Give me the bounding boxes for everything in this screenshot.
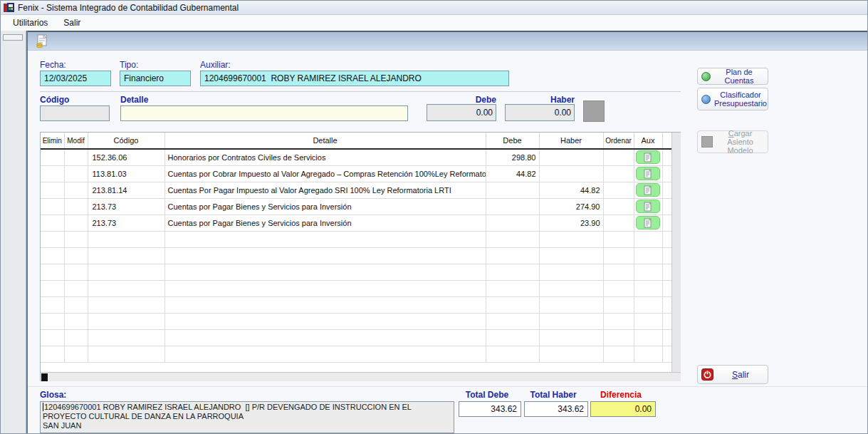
notepad-icon xyxy=(644,185,652,195)
cargar-asiento-modelo-button[interactable]: Cargar Asiento Modelo xyxy=(697,130,768,153)
diferencia-label: Diferencia xyxy=(585,390,657,400)
aux-button[interactable] xyxy=(636,200,660,213)
elimin-cell[interactable] xyxy=(41,165,64,182)
ordenar-cell[interactable] xyxy=(603,182,634,198)
table-row[interactable] xyxy=(41,247,671,264)
clasificador-presupuestario-button[interactable]: Clasificador Presupuestario xyxy=(697,88,768,110)
detalle-cell xyxy=(164,280,486,296)
menu-utilitarios[interactable]: Utilitarios xyxy=(6,16,54,29)
haber-cell xyxy=(539,280,603,296)
haber-cell xyxy=(539,296,603,313)
table-vertical-scrollbar[interactable] xyxy=(671,133,681,372)
ordenar-cell[interactable] xyxy=(603,313,634,329)
modif-cell[interactable] xyxy=(64,165,88,182)
filler-cell xyxy=(662,231,671,247)
modif-cell[interactable] xyxy=(64,247,88,264)
ordenar-cell[interactable] xyxy=(603,346,634,362)
table-horizontal-scrollbar[interactable] xyxy=(41,372,681,381)
modif-cell[interactable] xyxy=(64,329,88,346)
elimin-cell[interactable] xyxy=(41,247,64,264)
table-row[interactable]: 213.81.14 Cuentas Por Pagar Impuesto al … xyxy=(41,182,671,198)
elimin-cell[interactable] xyxy=(41,215,64,231)
filler-cell xyxy=(662,247,671,264)
modif-cell[interactable] xyxy=(64,231,88,247)
ordenar-cell[interactable] xyxy=(603,247,634,264)
elimin-cell[interactable] xyxy=(41,149,64,165)
elimin-cell[interactable] xyxy=(41,296,64,313)
table-row[interactable] xyxy=(41,264,671,280)
debe-input[interactable] xyxy=(427,104,496,121)
modif-cell[interactable] xyxy=(64,215,88,231)
table-row[interactable] xyxy=(41,346,671,362)
table-row[interactable]: 213.73 Cuentas por Pagar Bienes y Servic… xyxy=(41,198,671,215)
elimin-cell[interactable] xyxy=(41,313,64,329)
elimin-cell[interactable] xyxy=(41,231,64,247)
diferencia-value: 0.00 xyxy=(590,401,656,417)
auxiliar-input[interactable] xyxy=(200,71,509,86)
modif-cell[interactable] xyxy=(64,149,88,165)
debe-cell xyxy=(486,313,539,329)
title-bar: Fenix - Sistema Integrado de Contabilida… xyxy=(1,1,868,15)
ordenar-cell[interactable] xyxy=(603,165,634,182)
aux-button[interactable] xyxy=(636,167,660,180)
modif-cell[interactable] xyxy=(64,182,88,198)
menu-salir[interactable]: Salir xyxy=(57,16,87,29)
table-row[interactable]: 213.73 Cuentas por Pagar Bienes y Servic… xyxy=(41,215,671,231)
filler-cell xyxy=(662,313,671,329)
table-row[interactable]: 113.81.03 Cuentas por Cobrar Impuesto al… xyxy=(41,165,671,182)
modif-cell[interactable] xyxy=(64,296,88,313)
tipo-input[interactable] xyxy=(120,71,191,86)
entries-table: Elimin Modif Código Detalle Debe Haber O… xyxy=(40,132,681,381)
fecha-input[interactable] xyxy=(40,71,111,86)
modif-cell[interactable] xyxy=(64,264,88,280)
salir-button[interactable]: Salir xyxy=(697,365,768,384)
elimin-cell[interactable] xyxy=(41,182,64,198)
ordenar-cell[interactable] xyxy=(603,215,634,231)
filler-cell xyxy=(662,182,671,198)
notepad-icon xyxy=(644,153,652,162)
detalle-cell: Honorarios por Contratos Civiles de Serv… xyxy=(164,149,486,165)
elimin-cell[interactable] xyxy=(41,280,64,296)
menu-bar: Utilitarios Salir xyxy=(1,15,868,31)
ordenar-cell[interactable] xyxy=(603,264,634,280)
modif-cell[interactable] xyxy=(64,313,88,329)
aux-button[interactable] xyxy=(636,216,660,229)
debe-cell xyxy=(486,264,539,280)
haber-input[interactable] xyxy=(505,104,575,121)
table-row[interactable] xyxy=(41,313,671,329)
haber-cell xyxy=(539,313,603,329)
aux-button[interactable] xyxy=(636,150,660,164)
table-row[interactable] xyxy=(41,296,671,313)
plan-de-cuentas-button[interactable]: Plan de Cuentas xyxy=(697,68,768,85)
add-entry-button[interactable] xyxy=(583,100,605,122)
table-row[interactable]: 152.36.06 Honorarios por Contratos Civil… xyxy=(41,149,671,165)
modif-cell[interactable] xyxy=(64,346,88,362)
ordenar-cell[interactable] xyxy=(603,149,634,165)
elimin-cell[interactable] xyxy=(41,264,64,280)
detalle-input[interactable] xyxy=(120,105,408,121)
detalle-cell xyxy=(164,231,486,247)
table-row[interactable] xyxy=(41,231,671,247)
green-sphere-icon xyxy=(701,72,711,81)
ordenar-cell[interactable] xyxy=(603,296,634,313)
ordenar-cell[interactable] xyxy=(603,280,634,296)
ordenar-cell[interactable] xyxy=(603,198,634,215)
modif-cell[interactable] xyxy=(64,198,88,215)
new-entry-icon[interactable] xyxy=(34,33,50,49)
detalle-label: Detalle xyxy=(120,95,148,105)
glosa-textbox[interactable]: 1204699670001 ROBY RAMIREZ ISRAEL ALEJAN… xyxy=(40,401,454,433)
table-row[interactable] xyxy=(41,329,671,346)
left-panel-handle[interactable] xyxy=(3,34,23,41)
ordenar-cell[interactable] xyxy=(603,231,634,247)
codigo-cell xyxy=(88,296,164,313)
elimin-cell[interactable] xyxy=(41,329,64,346)
ordenar-cell[interactable] xyxy=(603,329,634,346)
elimin-cell[interactable] xyxy=(41,198,64,215)
glosa-label: Glosa: xyxy=(40,390,66,400)
horizontal-scrollbar-thumb[interactable] xyxy=(41,373,48,381)
modif-cell[interactable] xyxy=(64,280,88,296)
codigo-input[interactable] xyxy=(40,105,110,121)
elimin-cell[interactable] xyxy=(41,346,64,362)
aux-button[interactable] xyxy=(636,183,660,197)
table-row[interactable] xyxy=(41,280,671,296)
